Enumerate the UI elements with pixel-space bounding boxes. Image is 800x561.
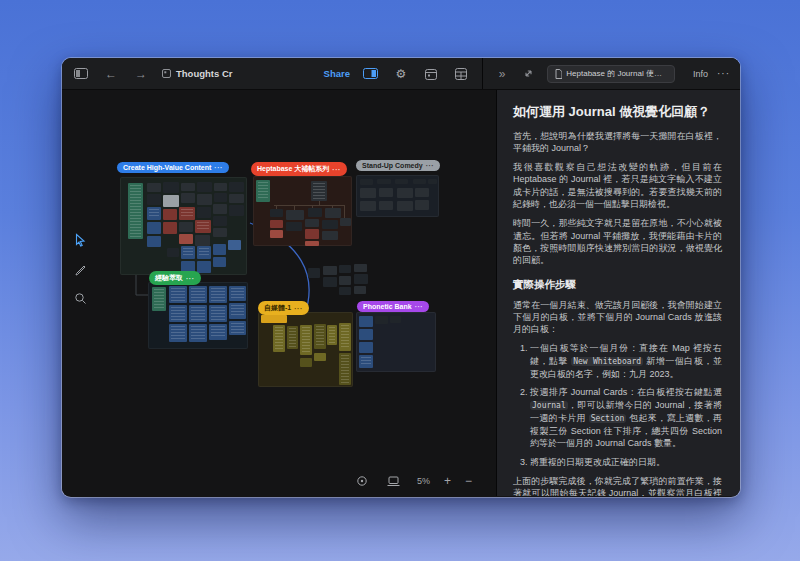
board-title[interactable]: Thoughts Cr [162, 68, 232, 79]
board-card[interactable] [209, 305, 227, 322]
board-card[interactable] [327, 325, 337, 345]
board-card[interactable] [359, 355, 373, 368]
board-card[interactable] [214, 193, 227, 202]
board-card[interactable] [339, 265, 351, 273]
section-stand-up-comedy[interactable] [356, 175, 439, 217]
share-button[interactable]: Share [324, 68, 350, 79]
board-card[interactable] [311, 181, 327, 201]
zoom-out-button[interactable]: − [465, 474, 472, 488]
board-card[interactable] [273, 325, 285, 352]
select-tool-button[interactable] [70, 230, 90, 250]
section-heptabase-series[interactable] [253, 176, 352, 246]
board-card[interactable] [214, 183, 227, 191]
board-card[interactable] [163, 195, 179, 207]
board-card[interactable] [256, 180, 270, 202]
section-label-phonetic-bank[interactable]: Phonetic Bank··· [357, 301, 429, 312]
board-card[interactable] [209, 286, 227, 303]
board-card[interactable] [428, 179, 437, 184]
board-card[interactable] [179, 234, 193, 244]
board-card[interactable] [179, 207, 195, 220]
board-card[interactable] [339, 323, 351, 351]
board-card[interactable] [286, 210, 304, 220]
whiteboard-canvas[interactable]: 5% + − Create High-Value Content···Hepta… [62, 90, 497, 496]
board-card[interactable] [397, 201, 413, 211]
board-card[interactable] [300, 358, 312, 367]
board-card[interactable] [147, 183, 161, 192]
board-card[interactable] [300, 325, 312, 355]
board-card[interactable] [195, 220, 211, 233]
settings-button[interactable]: ⚙ [392, 65, 410, 83]
board-card[interactable] [152, 287, 166, 311]
board-card[interactable] [270, 220, 283, 228]
board-card[interactable] [169, 286, 187, 303]
board-card[interactable] [169, 305, 187, 322]
board-card[interactable] [213, 216, 227, 226]
collapse-panel-button[interactable]: » [493, 65, 511, 83]
board-card[interactable] [305, 241, 319, 246]
board-card[interactable] [213, 257, 226, 267]
section-label-experience-extract[interactable]: 經驗萃取··· [149, 271, 201, 285]
board-card[interactable] [305, 229, 319, 239]
section-phonetic-bank[interactable] [356, 312, 436, 372]
board-card[interactable] [305, 219, 319, 227]
section-menu-dots[interactable]: ··· [214, 164, 223, 171]
board-card[interactable] [359, 316, 373, 327]
board-card[interactable] [229, 321, 246, 335]
board-card[interactable] [397, 188, 413, 198]
board-card[interactable] [314, 324, 326, 349]
board-card[interactable] [287, 326, 298, 349]
board-card[interactable] [197, 207, 211, 218]
board-card[interactable] [377, 179, 391, 184]
board-card[interactable] [189, 286, 207, 303]
board-card[interactable] [413, 179, 426, 184]
section-label-heptabase-series[interactable]: Heptabase 大補帖系列··· [251, 162, 347, 176]
info-button[interactable]: Info [693, 69, 708, 79]
section-label-stand-up-comedy[interactable]: Stand-Up Comedy··· [356, 160, 440, 171]
board-card[interactable] [181, 246, 195, 259]
board-card[interactable] [375, 316, 388, 324]
sidebar-toggle-button[interactable] [72, 65, 90, 83]
board-card[interactable] [229, 194, 244, 203]
board-card[interactable] [179, 222, 193, 232]
board-card[interactable] [229, 286, 246, 301]
board-card[interactable] [379, 188, 393, 197]
present-button[interactable] [385, 472, 403, 490]
board-card[interactable] [360, 188, 376, 198]
board-card[interactable] [354, 264, 367, 272]
board-card[interactable] [197, 246, 211, 259]
board-card[interactable] [359, 329, 373, 340]
back-button[interactable]: ← [102, 65, 120, 83]
board-card[interactable] [229, 182, 244, 192]
board-card[interactable] [322, 231, 338, 240]
board-card[interactable] [314, 353, 326, 361]
board-card[interactable] [147, 236, 161, 247]
board-card[interactable] [360, 201, 376, 211]
section-menu-dots[interactable]: ··· [186, 275, 195, 282]
board-card[interactable] [229, 205, 244, 216]
board-card[interactable] [147, 194, 161, 205]
board-card[interactable] [213, 204, 227, 214]
board-card[interactable] [323, 277, 337, 287]
board-card[interactable] [163, 182, 179, 193]
board-card[interactable] [395, 179, 408, 184]
board-card[interactable] [169, 324, 187, 342]
zoom-in-button[interactable]: + [444, 474, 451, 488]
section-create-high-value-content[interactable] [120, 177, 247, 275]
board-card[interactable] [147, 222, 161, 234]
board-card[interactable] [209, 324, 227, 340]
search-tool-button[interactable] [70, 288, 90, 308]
right-panel-toggle-button[interactable] [362, 65, 380, 83]
board-card[interactable] [308, 268, 320, 278]
board-card[interactable] [360, 179, 373, 185]
board-card[interactable] [340, 218, 351, 226]
board-card[interactable] [163, 209, 177, 220]
section-menu-dots[interactable]: ··· [415, 303, 424, 310]
board-card[interactable] [147, 207, 161, 220]
board-card[interactable] [197, 261, 211, 273]
pen-tool-button[interactable] [70, 259, 90, 279]
note-tab[interactable]: Heptabase 的 Journal 使用方... [547, 65, 675, 83]
section-self-media-1[interactable] [258, 312, 353, 387]
board-card[interactable] [379, 201, 393, 210]
board-card[interactable] [167, 248, 179, 257]
board-card[interactable] [415, 188, 429, 197]
